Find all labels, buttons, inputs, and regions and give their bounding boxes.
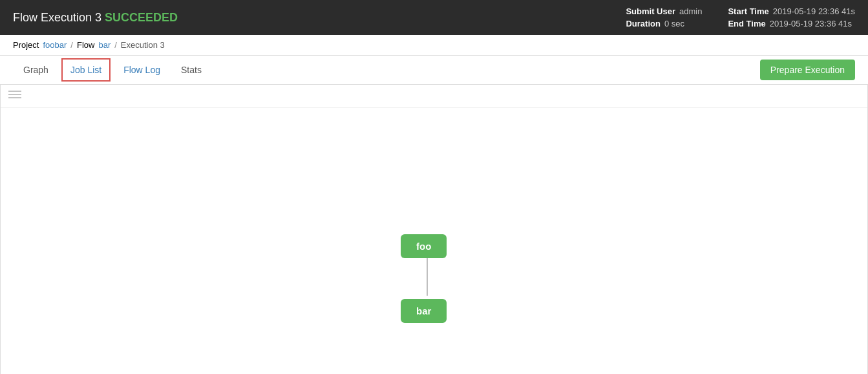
tabs-container: Graph Job List Flow Log Stats Prepare Ex…: [0, 56, 868, 85]
prepare-execution-button[interactable]: Prepare Execution: [760, 60, 855, 80]
title-prefix: Flow Execution 3: [13, 11, 101, 24]
tab-job-list[interactable]: Job List: [61, 58, 111, 82]
header-meta: Submit User admin Duration 0 sec Start T…: [626, 6, 855, 28]
svg-rect-2: [8, 97, 21, 98]
execution-current: Execution 3: [121, 40, 165, 50]
main-content: foo bar: [0, 85, 868, 374]
start-time-line: Start Time 2019-05-19 23:36 41s: [728, 6, 855, 16]
end-time-value: 2019-05-19 23:36 41s: [770, 19, 852, 28]
page-title: Flow Execution 3 SUCCEEDED: [13, 11, 178, 25]
project-link[interactable]: foobar: [43, 40, 67, 50]
duration-label: Duration: [626, 19, 660, 28]
node-foo-label: foo: [416, 241, 431, 252]
flow-link[interactable]: bar: [98, 40, 111, 50]
svg-rect-1: [8, 94, 21, 95]
svg-rect-0: [8, 91, 21, 92]
start-time-label: Start Time: [728, 6, 768, 16]
start-time-value: 2019-05-19 23:36 41s: [773, 6, 855, 16]
end-time-line: End Time 2019-05-19 23:36 41s: [728, 19, 855, 28]
top-header: Flow Execution 3 SUCCEEDED Submit User a…: [0, 0, 868, 35]
tab-graph[interactable]: Graph: [13, 57, 59, 83]
breadcrumb: Project foobar / Flow bar / Execution 3: [0, 35, 868, 56]
tabs: Graph Job List Flow Log Stats: [13, 56, 212, 84]
node-bar[interactable]: bar: [401, 299, 447, 323]
end-time-label: End Time: [728, 19, 765, 28]
status-badge: SUCCEEDED: [105, 11, 178, 24]
duration-line: Duration 0 sec: [626, 19, 702, 28]
node-foo[interactable]: foo: [401, 234, 447, 258]
tab-flow-log[interactable]: Flow Log: [113, 57, 171, 83]
node-bar-label: bar: [416, 305, 431, 316]
duration-value: 0 sec: [664, 19, 684, 28]
meta-right: Start Time 2019-05-19 23:36 41s End Time…: [728, 6, 855, 28]
list-icon[interactable]: [8, 90, 21, 100]
separator-2: /: [114, 40, 117, 50]
execution-label: Execution: [121, 40, 158, 50]
execution-number: 3: [160, 40, 165, 50]
graph-toolbar: [1, 85, 867, 108]
meta-left: Submit User admin Duration 0 sec: [626, 6, 702, 28]
tab-stats[interactable]: Stats: [171, 57, 212, 83]
project-label: Project: [13, 40, 39, 50]
flow-label: Flow: [77, 40, 94, 50]
graph-canvas: foo bar: [1, 108, 867, 374]
submit-user-label: Submit User: [626, 6, 675, 16]
submit-user-value: admin: [679, 6, 702, 16]
submit-user-line: Submit User admin: [626, 6, 702, 16]
separator-1: /: [70, 40, 73, 50]
